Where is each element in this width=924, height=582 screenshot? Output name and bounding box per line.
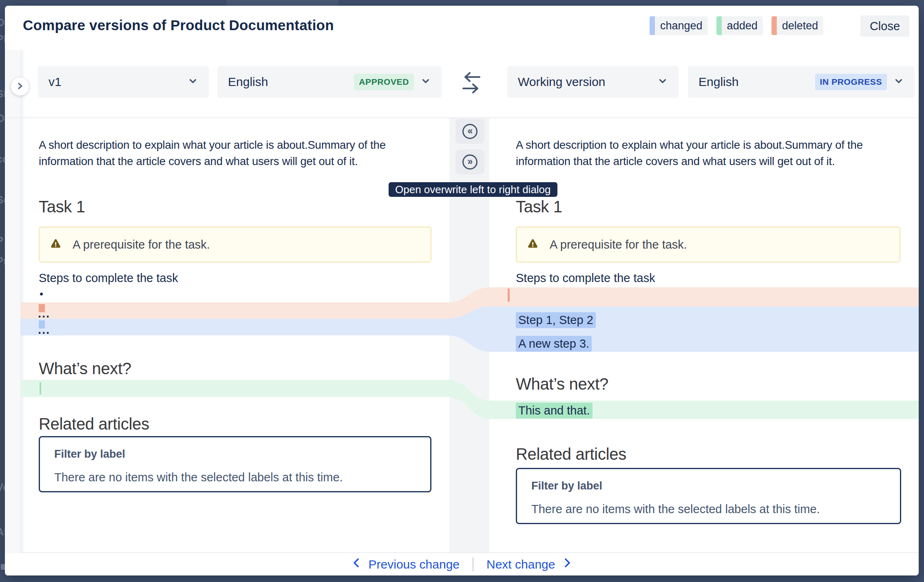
change-navigation: Previous change Next change [5,553,919,575]
changed-color-swatch [650,16,655,35]
deleted-marker-right [508,289,510,302]
no-items-message: There are no items with the selected lab… [531,503,820,516]
expand-panel-button[interactable] [11,77,29,96]
added-band-left [20,380,449,397]
right-steps-label: Steps to complete the task [516,271,655,285]
right-warning-panel: A prerequisite for the task. [516,227,900,262]
legend-chip-changed: changed [650,16,708,35]
overwrite-left-to-right-button[interactable]: » [455,150,484,174]
left-whats-next-heading: What’s next? [39,359,131,378]
approved-status-badge: APPROVED [354,74,414,90]
chevron-down-icon [420,76,431,88]
no-items-message: There are no items with the selected lab… [54,471,343,484]
collapsed-changed-ellipsis: ... [38,324,50,336]
diff-legend: changed added deleted [650,16,823,35]
swap-directions-icon [460,71,482,95]
next-change-label: Next change [486,558,555,571]
left-task-heading: Task 1 [39,198,85,216]
right-description-paragraph: A short description to explain what your… [516,137,917,170]
right-related-articles-heading: Related articles [516,445,626,463]
right-language-dropdown[interactable]: English IN PROGRESS [688,66,915,98]
deleted-band-left [20,302,449,319]
warning-icon [49,238,62,251]
left-description-paragraph: A short description to explain what your… [39,137,440,170]
left-related-articles-panel: Filter by label There are no items with … [39,436,431,492]
left-warning-panel: A prerequisite for the task. [39,227,431,262]
left-version-dropdown[interactable]: v1 [38,66,209,98]
backdrop-topbar-segment [226,0,338,6]
chevron-left-icon [351,557,361,571]
left-list-bullet: • [40,288,43,300]
compare-versions-dialog: Compare versions of Product Documentatio… [5,6,919,575]
legend-chip-deleted: deleted [771,16,824,35]
right-language-value: English [699,75,738,89]
left-steps-label: Steps to complete the task [39,271,178,285]
page-backdrop: O PH SH O co Se P Pr Ve AP Compare versi… [0,0,924,582]
next-change-button[interactable]: Next change [486,557,572,571]
close-button[interactable]: Close [860,15,909,37]
right-related-articles-panel: Filter by label There are no items with … [516,468,901,524]
previous-change-label: Previous change [369,558,460,571]
collapsed-sidebar-rail [5,50,20,575]
left-warning-text: A prerequisite for the task. [73,238,210,251]
chevron-right-icon [562,557,572,571]
legend-chip-label: changed [655,16,708,35]
right-task-heading: Task 1 [516,198,562,216]
changed-text-line: A new step 3. [516,336,592,352]
right-whats-next-heading: What’s next? [516,375,608,393]
added-text-line: This and that. [516,403,592,419]
overwrite-right-to-left-button[interactable]: « [455,119,484,144]
legend-chip-label: deleted [777,16,824,35]
right-version-value: Working version [518,75,606,89]
collapsed-deleted-ellipsis: ... [38,307,50,320]
deleted-band-right [489,287,919,306]
deleted-color-swatch [771,16,777,35]
changed-band-left [20,319,449,335]
added-marker-left [40,382,41,395]
chevron-right-icon [15,81,25,92]
changed-text-line: Step 1, Step 2 [516,312,596,328]
right-version-dropdown[interactable]: Working version [507,66,679,98]
left-language-dropdown[interactable]: English APPROVED [217,66,442,98]
warning-icon [526,238,539,251]
left-version-value: v1 [49,75,62,89]
chevron-down-icon [893,76,904,88]
overwrite-tooltip: Open overwrite left to right dialog [389,182,557,197]
chevron-down-icon [657,76,668,88]
left-language-value: English [228,75,268,89]
in-progress-status-badge: IN PROGRESS [815,74,887,90]
right-warning-text: A prerequisite for the task. [550,238,687,251]
dialog-title: Compare versions of Product Documentatio… [23,17,334,33]
chevrons-left-circle-icon: « [462,124,477,139]
nav-separator [473,558,473,571]
left-related-articles-heading: Related articles [39,415,149,433]
added-color-swatch [716,16,722,35]
chevrons-right-circle-icon: » [462,154,477,170]
filter-by-label-text: Filter by label [54,448,125,461]
chevron-down-icon [188,76,198,88]
legend-chip-added: added [716,16,763,35]
filter-by-label-text: Filter by label [531,480,602,492]
previous-change-button[interactable]: Previous change [351,557,460,571]
legend-chip-label: added [722,16,763,35]
